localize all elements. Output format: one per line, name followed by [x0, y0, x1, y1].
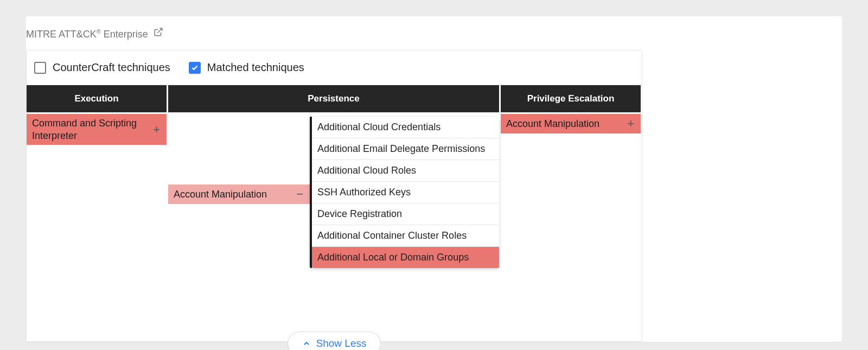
technique-card-persistence[interactable]: Account Manipulation −	[168, 184, 310, 204]
subtechnique-item[interactable]: Additional Container Cluster Roles	[312, 225, 499, 247]
mitre-panel: MITRE ATT&CK® Enterprise CounterCraft te…	[26, 16, 842, 342]
minus-icon: −	[296, 187, 304, 201]
subtechnique-item[interactable]: SSH Authorized Keys	[312, 182, 499, 203]
filter-row: CounterCraft techniques Matched techniqu…	[27, 50, 642, 85]
technique-card-execution[interactable]: Command and Scripting Interpreter +	[27, 114, 167, 145]
matrix-container: CounterCraft techniques Matched techniqu…	[26, 50, 642, 342]
filter-matched[interactable]: Matched techniques	[189, 61, 304, 74]
show-less-label: Show Less	[316, 338, 367, 349]
subtechnique-item[interactable]: Additional Cloud Roles	[312, 160, 499, 182]
panel-title: MITRE ATT&CK® Enterprise	[26, 28, 148, 40]
filter-countercraft[interactable]: CounterCraft techniques	[34, 61, 170, 74]
checkbox-checked-icon	[189, 62, 201, 74]
column-header-execution: Execution	[27, 85, 167, 112]
checkbox-unchecked-icon	[34, 62, 46, 74]
plus-icon: +	[627, 117, 635, 131]
matrix-body: Command and Scripting Interpreter + Acco…	[27, 112, 642, 297]
subtechnique-item[interactable]: Additional Local or Domain Groups	[312, 247, 499, 268]
subtechnique-item[interactable]: Device Registration	[312, 203, 499, 225]
technique-card-privilege-escalation[interactable]: Account Manipulation +	[501, 114, 641, 133]
show-less-wrap: Show Less	[27, 332, 642, 350]
plus-icon: +	[153, 122, 161, 137]
filter-matched-label: Matched techniques	[207, 61, 304, 74]
subtechnique-list: Additional Cloud CredentialsAdditional E…	[310, 117, 499, 268]
technique-label: Account Manipulation	[174, 189, 267, 200]
subtechnique-item[interactable]: Additional Cloud Credentials	[312, 117, 499, 138]
column-header-privilege-escalation: Privilege Escalation	[501, 85, 641, 112]
show-less-button[interactable]: Show Less	[288, 332, 381, 350]
filter-countercraft-label: CounterCraft techniques	[53, 61, 170, 74]
matrix-header: Execution Persistence Privilege Escalati…	[27, 85, 642, 112]
svg-line-0	[157, 28, 162, 33]
panel-title-row: MITRE ATT&CK® Enterprise	[26, 28, 842, 50]
chevron-up-icon	[302, 339, 311, 348]
subtechnique-item[interactable]: Additional Email Delegate Permissions	[312, 138, 499, 160]
technique-label: Account Manipulation	[506, 118, 599, 130]
column-header-persistence: Persistence	[168, 85, 499, 112]
external-link-icon[interactable]	[154, 28, 163, 40]
technique-label: Command and Scripting Interpreter	[32, 117, 153, 142]
